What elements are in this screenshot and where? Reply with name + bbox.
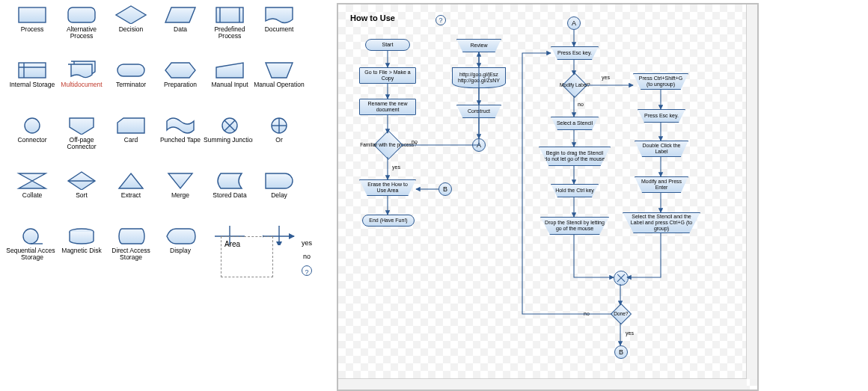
svg-rect-7	[19, 63, 46, 78]
stencil-sequential-access-storage[interactable]: Sequential Access Storage	[7, 221, 57, 277]
stencil-label: Summing Junction	[204, 135, 256, 145]
stencil-punched-tape[interactable]: Punched Tape	[156, 111, 205, 166]
vertical-scrollbar[interactable]	[746, 4, 757, 379]
connector-A-in[interactable]: A	[567, 16, 581, 30]
svg-rect-0	[19, 7, 46, 22]
stencil-terminator[interactable]: Terminator	[106, 55, 156, 111]
stencil-label: Process	[6, 24, 58, 34]
node-begin-drag[interactable]: Begin to drag the Stencil (do not let go…	[539, 147, 611, 166]
stencil-delay[interactable]: Delay	[254, 166, 304, 221]
stencil-preparation[interactable]: Preparation	[156, 55, 205, 111]
svg-marker-3	[165, 7, 195, 22]
edge-label-done-yes: yes	[626, 330, 634, 336]
connector-A-out[interactable]: A	[472, 138, 486, 152]
stencil-document[interactable]: Document	[254, 0, 304, 55]
edge-label-familiar-no: no	[412, 139, 418, 144]
stencil-label: Direct Access Storage	[105, 245, 157, 263]
stencil-label: Predefined Process	[204, 24, 256, 42]
stencil-direct-access-storage[interactable]: Direct Access Storage	[106, 221, 156, 277]
stencil-label: Sort	[55, 190, 108, 200]
stencil-label: Display	[154, 245, 207, 256]
stencil-label: Manual Input	[204, 79, 256, 90]
node-review[interactable]: Review	[456, 39, 501, 52]
stencil-merge[interactable]: Merge	[156, 166, 205, 221]
stencil-alternative-process[interactable]: Alternative Process	[57, 0, 106, 55]
stencil-collate[interactable]: Collate	[7, 166, 57, 221]
svg-marker-13	[266, 63, 293, 78]
node-hold-ctrl[interactable]: Hold the Ctrl key	[551, 184, 599, 197]
stencil-label: Data	[154, 24, 207, 34]
stencil-data[interactable]: Data	[156, 0, 205, 55]
stencil-extract[interactable]: Extract	[106, 166, 156, 221]
edge-legend: yes no	[296, 236, 318, 278]
stencil-internal-storage[interactable]: Internal Storage	[7, 55, 57, 111]
stencil-decision[interactable]: Decision	[106, 0, 156, 55]
node-construct[interactable]: Construct	[456, 105, 501, 118]
node-select-group[interactable]: Select the Stencil and the Label and pre…	[623, 212, 700, 233]
svg-marker-16	[117, 118, 144, 133]
node-select-stencil[interactable]: Select a Stencil	[551, 117, 599, 130]
stencil-label: Stored Data	[204, 190, 256, 200]
stencil-label: Magnetic Disk	[55, 245, 108, 256]
svg-marker-26	[119, 173, 143, 188]
stencil-card[interactable]: Card	[106, 111, 156, 166]
stencil-label: Off-page Connector	[55, 135, 108, 153]
connector-B-out[interactable]: B	[614, 345, 628, 359]
stencil-multidocument[interactable]: Multidocument	[57, 55, 106, 111]
svg-marker-2	[116, 6, 146, 24]
node-urls[interactable]: http://goo.gl/jEsz http://goo.gl/ZsNY	[452, 67, 506, 88]
node-double-click[interactable]: Double Click the Label	[635, 141, 688, 157]
svg-marker-23	[19, 173, 46, 188]
horizontal-scrollbar[interactable]	[338, 378, 747, 390]
help-icon[interactable]: ?	[435, 15, 446, 25]
stencil-label: Terminator	[105, 79, 157, 90]
stencil-manual-operation[interactable]: Manual Operation	[254, 55, 304, 111]
stencil-manual-input[interactable]: Manual Input	[205, 55, 254, 111]
svg-marker-11	[165, 63, 195, 78]
node-goto-file[interactable]: Go to File > Make a Copy	[359, 67, 416, 84]
edge-label-done-no: no	[584, 311, 590, 316]
edge-label-modify-yes: yes	[602, 75, 610, 80]
stencil-sort[interactable]: Sort	[57, 166, 106, 221]
connector-B-in[interactable]: B	[438, 182, 452, 196]
svg-point-28	[23, 229, 38, 244]
node-press-esc-1[interactable]: Press Esc key.	[551, 46, 599, 60]
node-end[interactable]: End (Have Fun!)	[362, 215, 415, 227]
stencil-summing-junction[interactable]: Summing Junction	[205, 111, 254, 166]
node-rename[interactable]: Rename the new document	[359, 99, 416, 115]
node-modify-label-decision[interactable]: Modify Label?	[562, 73, 587, 98]
node-modify-enter[interactable]: Modify and Press Enter	[635, 176, 688, 193]
svg-rect-10	[117, 64, 144, 76]
stencil-label: Delay	[253, 190, 305, 200]
stencil-connector[interactable]: Connector	[7, 111, 57, 166]
stencil-label: Alternative Process	[55, 24, 108, 42]
node-start[interactable]: Start	[365, 39, 410, 51]
drawing-canvas[interactable]: How to Use ? Start Go to File > Make a C…	[337, 3, 759, 391]
stencil-label: Manual Operation	[253, 79, 305, 90]
stencil-predefined-process[interactable]: Predefined Process	[205, 0, 254, 55]
stencil-or[interactable]: Or	[254, 111, 304, 166]
area-placeholder-box[interactable]: Area	[221, 236, 273, 277]
svg-marker-12	[216, 63, 243, 78]
node-summing-junction[interactable]	[614, 271, 629, 286]
stencil-label: Internal Storage	[6, 79, 58, 90]
svg-marker-27	[168, 173, 192, 188]
stencil-process[interactable]: Process	[7, 0, 57, 55]
stencil-off-page-connector[interactable]: Off-page Connector	[57, 111, 106, 166]
node-ctrl-shift-g[interactable]: Press Ctrl+Shift+G (to ungroup)	[633, 73, 688, 90]
legend-no: no	[296, 250, 318, 263]
stencil-label: Collate	[6, 190, 58, 200]
node-press-esc-2[interactable]: Press Esc key.	[638, 109, 685, 123]
stencil-palette: ProcessAlternative ProcessDecisionDataPr…	[7, 0, 329, 277]
stencil-label: Multidocument	[55, 79, 108, 90]
stencil-display[interactable]: Display	[156, 221, 205, 277]
edge-label-modify-no: no	[578, 102, 584, 107]
stencil-magnetic-disk[interactable]: Magnetic Disk	[57, 221, 106, 277]
stencil-label: Punched Tape	[154, 135, 207, 145]
stencil-label: Merge	[154, 190, 207, 200]
stencil-stored-data[interactable]: Stored Data	[205, 166, 254, 221]
node-done-decision[interactable]: Done?	[611, 304, 632, 324]
node-erase[interactable]: Erase the How to Use Area	[359, 179, 416, 196]
node-familiar-decision[interactable]: Familiar with the process?	[373, 130, 403, 160]
node-drop-stencil[interactable]: Drop the Stencil by letting go of the mo…	[540, 217, 609, 235]
